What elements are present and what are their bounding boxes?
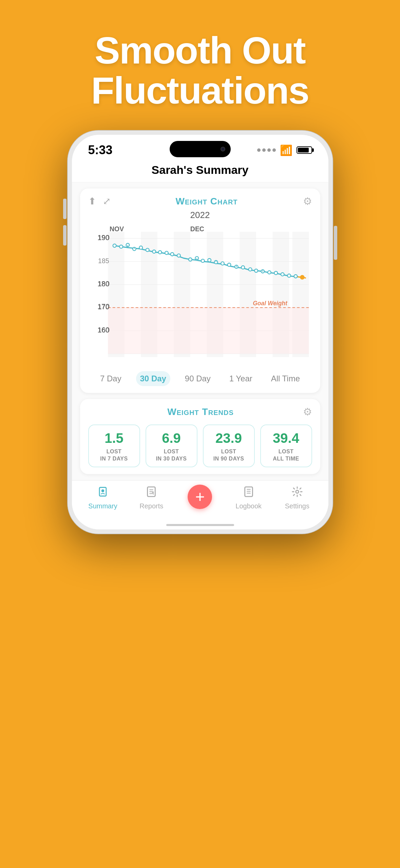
trend-7day-label: LOSTIN 7 DAYS bbox=[100, 448, 128, 463]
status-icons: 📶 bbox=[257, 144, 312, 156]
svg-point-63 bbox=[101, 489, 104, 492]
svg-point-27 bbox=[113, 244, 116, 248]
status-time: 5:33 bbox=[88, 143, 113, 157]
chart-title: Weight Chart bbox=[111, 196, 303, 207]
svg-point-45 bbox=[221, 262, 224, 265]
svg-point-55 bbox=[287, 274, 291, 277]
svg-point-42 bbox=[201, 259, 204, 263]
svg-text:185: 185 bbox=[98, 257, 109, 265]
volume-up-button[interactable] bbox=[63, 199, 66, 219]
svg-point-46 bbox=[227, 263, 231, 267]
svg-point-37 bbox=[177, 254, 180, 257]
svg-point-35 bbox=[165, 251, 168, 255]
tab-logbook[interactable]: Logbook bbox=[228, 486, 269, 510]
tab-logbook-label: Logbook bbox=[235, 502, 262, 510]
svg-point-57 bbox=[300, 275, 304, 279]
weight-chart-card: ⬆ ⤢ Weight Chart ⚙ 2022 bbox=[80, 188, 320, 393]
svg-point-50 bbox=[254, 269, 258, 272]
svg-rect-13 bbox=[108, 308, 309, 354]
tab-summary-label: Summary bbox=[88, 502, 117, 510]
trend-7day: 1.5 LOSTIN 7 DAYS bbox=[88, 424, 140, 467]
signal-icon bbox=[257, 148, 276, 152]
svg-point-36 bbox=[170, 253, 174, 256]
chart-settings-icon[interactable]: ⚙ bbox=[303, 195, 312, 207]
1year-button[interactable]: 1 Year bbox=[225, 371, 256, 386]
reports-icon bbox=[146, 486, 157, 500]
hero-line2: Fluctuations bbox=[91, 71, 309, 111]
svg-text:160: 160 bbox=[97, 326, 110, 334]
home-indicator bbox=[166, 524, 234, 526]
right-buttons bbox=[334, 226, 337, 260]
left-buttons bbox=[63, 199, 66, 246]
hero-text: Smooth Out Fluctuations bbox=[91, 31, 309, 110]
svg-point-48 bbox=[241, 266, 245, 269]
hero-line1: Smooth Out bbox=[91, 31, 309, 71]
main-content: ⬆ ⤢ Weight Chart ⚙ 2022 bbox=[72, 182, 328, 480]
volume-down-button[interactable] bbox=[63, 225, 66, 246]
status-bar: 5:33 📶 bbox=[72, 135, 328, 160]
30day-button[interactable]: 30 Day bbox=[136, 371, 170, 386]
svg-point-49 bbox=[248, 268, 252, 271]
expand-icon[interactable]: ⤢ bbox=[103, 196, 111, 207]
tab-bar: Summary Reports + bbox=[72, 480, 328, 523]
svg-point-52 bbox=[267, 271, 271, 274]
svg-rect-68 bbox=[245, 487, 252, 496]
svg-point-40 bbox=[189, 258, 192, 261]
svg-point-43 bbox=[208, 258, 211, 262]
trend-7day-value: 1.5 bbox=[104, 431, 123, 445]
trend-90day: 23.9 LOSTIN 90 DAYS bbox=[203, 424, 255, 467]
weight-trends-card: Weight Trends ⚙ 1.5 LOSTIN 7 DAYS 6.9 LO… bbox=[80, 399, 320, 474]
trend-30day-label: LOSTIN 30 DAYS bbox=[156, 448, 187, 463]
tab-add[interactable]: + bbox=[179, 485, 220, 512]
svg-point-32 bbox=[146, 248, 149, 252]
trend-90day-label: LOSTIN 90 DAYS bbox=[213, 448, 244, 463]
phone-screen: 5:33 📶 Sarah's Summary bbox=[72, 135, 328, 529]
trends-header: Weight Trends ⚙ bbox=[88, 406, 312, 418]
trend-alltime-value: 39.4 bbox=[273, 431, 299, 445]
svg-text:190: 190 bbox=[97, 234, 110, 242]
tab-reports[interactable]: Reports bbox=[131, 486, 172, 510]
dynamic-island bbox=[170, 141, 231, 157]
page-title: Sarah's Summary bbox=[79, 163, 322, 177]
alltime-button[interactable]: All Time bbox=[267, 371, 304, 386]
chart-card-header: ⬆ ⤢ Weight Chart ⚙ bbox=[88, 195, 312, 207]
svg-point-28 bbox=[119, 245, 123, 249]
svg-point-31 bbox=[139, 246, 142, 250]
svg-point-34 bbox=[158, 251, 161, 254]
trend-alltime: 39.4 LOSTALL TIME bbox=[260, 424, 312, 467]
svg-point-53 bbox=[274, 271, 278, 275]
svg-point-56 bbox=[294, 275, 297, 278]
tab-settings-label: Settings bbox=[285, 502, 309, 510]
wifi-icon: 📶 bbox=[280, 144, 292, 156]
camera-dot bbox=[221, 147, 225, 151]
summary-icon bbox=[97, 486, 109, 500]
tab-settings[interactable]: Settings bbox=[277, 486, 318, 510]
svg-text:180: 180 bbox=[97, 280, 110, 288]
time-range-selector: 7 Day 30 Day 90 Day 1 Year All Time bbox=[88, 371, 312, 386]
trend-90day-value: 23.9 bbox=[215, 431, 242, 445]
chart-year: 2022 bbox=[88, 210, 312, 220]
tab-summary[interactable]: Summary bbox=[82, 486, 123, 510]
svg-point-54 bbox=[281, 273, 284, 276]
share-icon[interactable]: ⬆ bbox=[88, 196, 96, 207]
svg-text:NOV: NOV bbox=[110, 225, 124, 233]
trend-boxes: 1.5 LOSTIN 7 DAYS 6.9 LOSTIN 30 DAYS 23.… bbox=[88, 424, 312, 467]
page-title-bar: Sarah's Summary bbox=[72, 160, 328, 182]
90day-button[interactable]: 90 Day bbox=[181, 371, 215, 386]
trends-settings-icon[interactable]: ⚙ bbox=[303, 406, 312, 418]
chart-area: Goal Weight NOV DEC 190 185 180 170 160 … bbox=[88, 223, 312, 366]
settings-icon bbox=[291, 486, 303, 500]
phone-frame: 5:33 📶 Sarah's Summary bbox=[68, 131, 332, 534]
trend-alltime-label: LOSTALL TIME bbox=[273, 448, 299, 463]
trend-30day-value: 6.9 bbox=[162, 431, 181, 445]
chart-svg: Goal Weight NOV DEC 190 185 180 170 160 … bbox=[88, 223, 312, 366]
svg-point-33 bbox=[152, 250, 156, 253]
7day-button[interactable]: 7 Day bbox=[96, 371, 126, 386]
svg-text:DEC: DEC bbox=[190, 225, 204, 233]
tab-reports-label: Reports bbox=[139, 502, 163, 510]
add-button[interactable]: + bbox=[188, 485, 212, 509]
power-button[interactable] bbox=[334, 226, 337, 260]
svg-text:Goal Weight: Goal Weight bbox=[253, 300, 288, 307]
chart-header-left: ⬆ ⤢ bbox=[88, 196, 111, 207]
svg-text:170: 170 bbox=[97, 303, 110, 311]
